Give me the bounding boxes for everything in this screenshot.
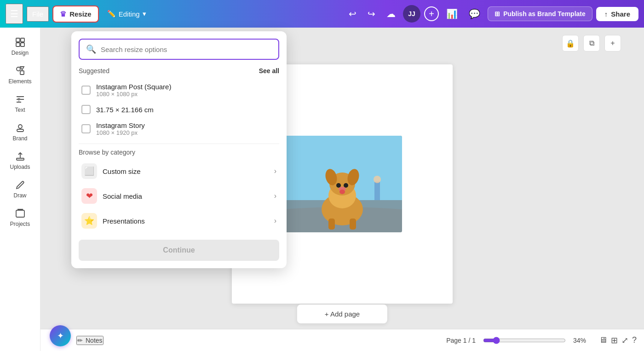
social-media-icon: ❤ xyxy=(81,188,97,204)
svg-rect-10 xyxy=(17,158,24,160)
category-custom-size[interactable]: ⬜ Custom size › xyxy=(79,159,279,184)
svg-rect-5 xyxy=(20,71,24,75)
divider xyxy=(79,144,279,144)
analytics-button[interactable]: 📊 xyxy=(443,6,461,22)
option-size-3: 1080 × 1920 px xyxy=(96,129,145,136)
option-name-2: 31.75 × 21.166 cm xyxy=(96,106,154,114)
publish-brand-template-button[interactable]: ⊞ Publish as Brand Template xyxy=(488,6,592,21)
notes-button[interactable]: ✏ Notes xyxy=(76,336,104,345)
option-info: Instagram Post (Square) 1080 × 1080 px xyxy=(96,83,171,98)
pencil-icon: ✏️ xyxy=(107,10,116,18)
help-button[interactable]: ? xyxy=(632,335,637,345)
presentations-label: Presentations xyxy=(103,217,145,225)
share-icon: ↑ xyxy=(604,10,608,18)
svg-point-23 xyxy=(339,190,345,194)
resize-option-instagram-post[interactable]: Instagram Post (Square) 1080 × 1080 px xyxy=(79,79,279,101)
category-social-media[interactable]: ❤ Social media › xyxy=(79,184,279,208)
zoom-slider[interactable] xyxy=(483,337,566,344)
option-name-3: Instagram Story xyxy=(96,121,145,129)
corgi-placeholder xyxy=(282,136,402,232)
sidebar-elements-label: Elements xyxy=(8,78,31,85)
cloud-save-button[interactable]: ☁ xyxy=(383,6,399,22)
suggested-header: Suggested See all xyxy=(79,67,279,75)
avatar[interactable]: JJ xyxy=(403,5,420,23)
add-element-button[interactable]: + xyxy=(604,35,621,52)
fullscreen-button[interactable]: ⤢ xyxy=(621,335,628,345)
svg-rect-3 xyxy=(21,43,24,46)
share-label: Share xyxy=(611,10,630,18)
svg-rect-25 xyxy=(350,219,356,230)
grid-view-button[interactable]: ⊞ xyxy=(611,335,618,345)
share-button[interactable]: ↑ Share xyxy=(596,7,638,21)
file-menu-button[interactable]: File xyxy=(27,6,49,22)
checkbox-current-size[interactable] xyxy=(81,105,91,114)
suggested-label: Suggested xyxy=(79,67,109,75)
svg-rect-1 xyxy=(21,38,24,42)
custom-size-label: Custom size xyxy=(103,167,141,175)
sidebar-item-elements[interactable]: Elements xyxy=(0,61,40,89)
option-info-2: 31.75 × 21.166 cm xyxy=(96,106,154,114)
sidebar-item-draw[interactable]: Draw xyxy=(0,175,40,203)
view-buttons: 🖥 ⊞ ⤢ ? xyxy=(599,335,637,345)
add-collaborator-button[interactable]: + xyxy=(424,6,439,21)
desktop-view-button[interactable]: 🖥 xyxy=(599,335,607,345)
comments-button[interactable]: 💬 xyxy=(465,6,484,22)
resize-option-instagram-story[interactable]: Instagram Story 1080 × 1920 px xyxy=(79,118,279,140)
hamburger-menu-button[interactable]: ☰ xyxy=(6,4,23,24)
notes-label: Notes xyxy=(86,337,103,344)
sidebar-item-design[interactable]: Design xyxy=(0,32,40,61)
lock-button[interactable]: 🔒 xyxy=(562,35,579,52)
sidebar-uploads-label: Uploads xyxy=(10,164,30,170)
crown-icon: ♛ xyxy=(60,10,66,18)
canvas-toolbar: 🔒 ⧉ + xyxy=(562,35,621,52)
svg-point-27 xyxy=(374,176,381,183)
sidebar-item-brand[interactable]: Brand xyxy=(0,118,40,146)
continue-button[interactable]: Continue xyxy=(79,240,279,261)
svg-text:T: T xyxy=(17,98,20,103)
svg-rect-26 xyxy=(374,182,380,200)
redo-button[interactable]: ↪ xyxy=(364,6,379,22)
category-presentations[interactable]: ⭐ Presentations › xyxy=(79,208,279,233)
option-name: Instagram Post (Square) xyxy=(96,83,171,91)
page-indicator: Page 1 / 1 xyxy=(446,337,476,344)
sidebar-text-label: Text xyxy=(15,107,25,113)
editing-label: Editing xyxy=(119,10,140,18)
editing-button[interactable]: ✏️ Editing ▾ xyxy=(103,6,151,21)
chevron-right-icon-2: › xyxy=(274,192,276,200)
resize-dropdown: 🔍 Suggested See all Instagram Post (Squa… xyxy=(71,31,287,268)
sidebar-item-uploads[interactable]: Uploads xyxy=(0,146,40,175)
option-info-3: Instagram Story 1080 × 1920 px xyxy=(96,121,145,136)
magic-button[interactable]: ✦ xyxy=(50,325,71,346)
resize-label: Resize xyxy=(69,10,92,18)
sidebar-brand-label: Brand xyxy=(12,135,27,142)
add-page-button[interactable]: + Add page xyxy=(297,305,387,323)
duplicate-button[interactable]: ⧉ xyxy=(583,35,600,52)
search-icon: 🔍 xyxy=(86,44,96,54)
svg-rect-0 xyxy=(16,38,20,42)
chevron-right-icon-3: › xyxy=(274,217,276,225)
sidebar-item-projects[interactable]: Projects xyxy=(0,203,40,232)
svg-rect-24 xyxy=(328,219,335,230)
top-nav-actions: ↩ ↪ ☁ JJ + 📊 💬 ⊞ Publish as Brand Templa… xyxy=(345,5,638,23)
svg-point-20 xyxy=(336,183,341,188)
notes-icon: ✏ xyxy=(77,337,83,344)
resize-button[interactable]: ♛ Resize xyxy=(52,6,99,23)
resize-option-current-size[interactable]: 31.75 × 21.166 cm xyxy=(79,101,279,118)
search-input[interactable] xyxy=(101,46,272,53)
svg-marker-6 xyxy=(20,67,24,70)
undo-button[interactable]: ↩ xyxy=(345,6,360,22)
social-media-label: Social media xyxy=(103,192,142,200)
sidebar-item-text[interactable]: T Text xyxy=(0,89,40,118)
corgi-image xyxy=(282,136,402,232)
custom-size-icon: ⬜ xyxy=(81,163,97,179)
zoom-percentage: 34% xyxy=(573,337,592,344)
see-all-button[interactable]: See all xyxy=(259,67,279,75)
svg-point-21 xyxy=(344,183,348,188)
checkbox-instagram-post[interactable] xyxy=(81,86,91,95)
browse-category-label: Browse by category xyxy=(79,149,279,156)
sparkle-icon: ✦ xyxy=(57,331,64,341)
sidebar-design-label: Design xyxy=(12,50,29,56)
option-size: 1080 × 1080 px xyxy=(96,91,171,98)
chevron-down-icon: ▾ xyxy=(143,10,146,18)
checkbox-instagram-story[interactable] xyxy=(81,124,91,133)
